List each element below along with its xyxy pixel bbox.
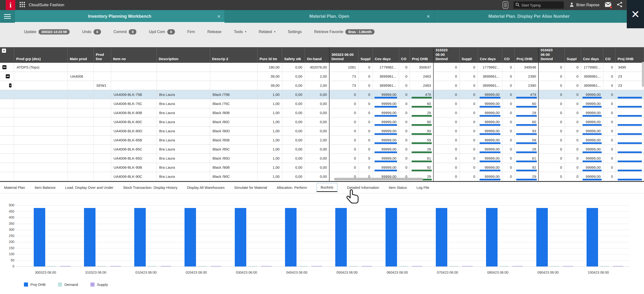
cell-bucket3-cov-days[interactable]: 99999,00 <box>581 145 603 154</box>
cell-on-hand[interactable]: 2,00 <box>305 72 330 81</box>
cell-bucket2-co[interactable]: 0 <box>502 127 515 135</box>
cell-bucket1-demnd[interactable]: 73 <box>329 72 359 81</box>
grid-row-ua4006-blk-80c[interactable]: UA4006-BLK-80CBra LauraBlack /80C1,000,0… <box>0 117 644 127</box>
cell-on-hand[interactable]: 0,00 <box>305 108 330 117</box>
cell-bucket2-suppl[interactable]: 0 <box>460 81 478 90</box>
cell-main-prod[interactable] <box>68 172 94 181</box>
cell-item-no[interactable]: UA4006-BLK-90C <box>111 172 157 181</box>
cell-purc-ld-tm[interactable]: 1,00 <box>258 136 282 144</box>
cell-descrip-2[interactable]: Black /90B <box>210 163 258 172</box>
cell-descrip-2[interactable] <box>210 63 258 72</box>
cell-on-hand[interactable]: 0,00 <box>305 163 330 172</box>
cell-bucket1-co[interactable]: 0 <box>399 81 410 90</box>
cell-item-no[interactable]: UA4006-BLK-85B <box>111 136 157 144</box>
cell-bucket2-cov-days[interactable]: 99999,00 <box>478 172 502 181</box>
bar-proj-ohb[interactable] <box>235 208 246 266</box>
cell-bucket2-demnd[interactable]: 0 <box>433 172 460 181</box>
cell-bucket3-proj-ohb[interactable] <box>616 172 644 181</box>
cell-on-hand[interactable]: 0,00 <box>305 172 330 181</box>
bar-supply[interactable] <box>261 266 272 266</box>
cell-bucket2-demnd[interactable]: 0 <box>433 154 460 163</box>
toolbar-release-button[interactable]: Release <box>208 30 222 34</box>
cell-prod-line[interactable] <box>94 172 111 181</box>
cell-prod-line[interactable] <box>94 163 111 172</box>
cell-bucket2-cov-days[interactable]: 99999,00 <box>478 145 502 154</box>
cell-bucket2-co[interactable]: 0 <box>502 136 515 144</box>
cell-bucket1-cov-days[interactable]: 99999,00 <box>373 163 399 172</box>
cell-purc-ld-tm[interactable]: 1,00 <box>258 90 282 99</box>
cell-bucket1-suppl[interactable]: 0 <box>358 117 372 126</box>
share-icon[interactable] <box>617 2 622 9</box>
legend-item-supply[interactable]: Supply <box>90 282 108 286</box>
bar-demand[interactable] <box>198 266 207 266</box>
cell-main-prod[interactable] <box>68 154 94 163</box>
cell-bucket1-suppl[interactable]: 0 <box>358 136 372 144</box>
cell-prod-grp-des-[interactable] <box>14 72 68 81</box>
cell-descrip-2[interactable]: Black /85D <box>210 154 258 163</box>
cell-bucket1-suppl[interactable]: 0 <box>358 163 372 172</box>
cell-bucket3-proj-ohb[interactable]: 3495 <box>616 63 644 72</box>
cell-bucket3-demnd[interactable]: 0 <box>538 154 565 163</box>
cell-bucket1-cov-days[interactable]: 3899961... <box>373 81 399 90</box>
cell-main-prod[interactable] <box>68 90 94 99</box>
cell-bucket2-suppl[interactable]: 0 <box>460 63 478 72</box>
bar-proj-ohb[interactable] <box>436 208 447 266</box>
cell-description[interactable]: Bra Laura <box>157 99 210 108</box>
cell-descrip-2[interactable]: Black /85B <box>210 136 258 144</box>
cell-prod-grp-des-[interactable] <box>14 99 68 108</box>
link-simulate-for-material[interactable]: Simulate for Material <box>234 185 267 189</box>
cell-bucket2-demnd[interactable]: 0 <box>433 136 460 144</box>
cell-bucket2-co[interactable]: 0 <box>502 154 515 163</box>
cell-safety-stk[interactable]: 0,00 <box>282 72 305 81</box>
cell-bucket3-demnd[interactable]: 0 <box>538 117 565 126</box>
cell-bucket3-co[interactable]: 0 <box>603 108 616 117</box>
bar-demand[interactable] <box>47 266 56 266</box>
cell-bucket2-cov-days[interactable]: 3899961... <box>478 81 502 90</box>
cell-main-prod[interactable] <box>68 81 94 90</box>
cell-bucket2-suppl[interactable]: 0 <box>460 145 478 154</box>
cell-bucket1-demnd[interactable]: 0 <box>329 163 359 172</box>
cell-descrip-2[interactable]: Black /90C <box>210 172 258 181</box>
cell-bucket1-cov-days[interactable]: 99999,00 <box>373 117 399 126</box>
cell-bucket1-cov-days[interactable]: 99999,00 <box>373 108 399 117</box>
toolbar-tools-button[interactable]: Tools▾ <box>234 30 246 34</box>
cell-bucket2-demnd[interactable]: 0 <box>433 99 460 108</box>
cell-bucket2-demnd[interactable]: 0 <box>433 117 460 126</box>
cell-bucket1-co[interactable]: 0 <box>399 90 410 99</box>
bar-proj-ohb[interactable] <box>84 208 96 266</box>
grid-header-description[interactable]: Description <box>157 47 210 63</box>
cell-bucket3-co[interactable]: 0 <box>603 99 616 108</box>
cell-on-hand[interactable]: 402076,00 <box>305 63 330 72</box>
cell-bucket2-demnd[interactable]: 0 <box>433 81 460 90</box>
bar-supply[interactable] <box>512 266 523 266</box>
cell-bucket1-cov-days[interactable]: 99999,00 <box>373 127 399 135</box>
cell-prod-grp-des-[interactable] <box>14 136 68 144</box>
cell-on-hand[interactable]: 0,00 <box>305 99 330 108</box>
cell-bucket1-proj-ohb[interactable]: 2463 <box>410 72 434 81</box>
cell-purc-ld-tm[interactable]: 1,00 <box>258 145 282 154</box>
grid-row-sew1[interactable]: SEW139,000,002,007303899961...0246300389… <box>0 81 644 90</box>
cell-bucket2-demnd[interactable]: 0 <box>433 90 460 99</box>
cell-bucket1-demnd[interactable]: 0 <box>329 90 359 99</box>
link-material-plan[interactable]: Material Plan <box>4 185 25 189</box>
bar-demand[interactable] <box>98 266 106 266</box>
cell-purc-ld-tm[interactable]: 1,00 <box>258 99 282 108</box>
cell-bucket3-co[interactable]: 0 <box>603 127 616 135</box>
cell-safety-stk[interactable]: 0,00 <box>282 99 305 108</box>
cell-bucket1-proj-ohb[interactable]: 93 <box>410 127 434 135</box>
cell-bucket1-proj-ohb[interactable]: 61 <box>410 154 434 163</box>
cell-bucket2-proj-ohb[interactable]: 2390 <box>514 81 539 90</box>
cell-bucket2-proj-ohb[interactable]: 479 <box>514 90 539 99</box>
cell-on-hand[interactable]: 0,00 <box>305 90 330 99</box>
cell-bucket1-suppl[interactable]: 0 <box>358 90 372 99</box>
cell-bucket2-co[interactable]: 0 <box>502 90 515 99</box>
cell-description[interactable]: Bra Laura <box>157 154 210 163</box>
cell-bucket1-proj-ohb[interactable]: 350637 <box>410 63 434 72</box>
cell-bucket1-cov-days[interactable]: 99999,00 <box>373 145 399 154</box>
cell-safety-stk[interactable]: 0,00 <box>282 108 305 117</box>
cell-purc-ld-tm[interactable]: 1,00 <box>258 172 282 181</box>
cell-item-no[interactable] <box>111 72 157 81</box>
bar-proj-ohb[interactable] <box>134 208 146 266</box>
cell-main-prod[interactable] <box>68 108 94 117</box>
cell-bucket2-proj-ohb[interactable]: 61 <box>514 154 539 163</box>
